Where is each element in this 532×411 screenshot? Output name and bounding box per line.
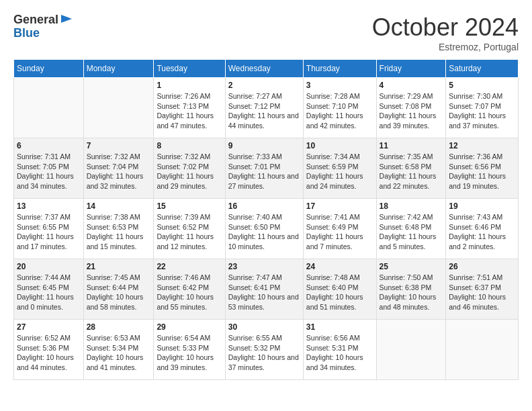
day-number: 25	[380, 262, 443, 271]
header-wednesday: Wednesday	[225, 60, 303, 78]
calendar-week-row: 1Sunrise: 7:26 AM Sunset: 7:13 PM Daylig…	[14, 78, 519, 138]
day-info: Sunrise: 7:46 AM Sunset: 6:42 PM Dayligh…	[157, 273, 222, 312]
weekday-header-row: Sunday Monday Tuesday Wednesday Thursday…	[14, 60, 519, 78]
day-info: Sunrise: 7:34 AM Sunset: 6:59 PM Dayligh…	[306, 152, 373, 191]
day-info: Sunrise: 7:51 AM Sunset: 6:37 PM Dayligh…	[449, 273, 515, 312]
table-row: 3Sunrise: 7:28 AM Sunset: 7:10 PM Daylig…	[303, 78, 376, 138]
day-number: 27	[17, 322, 81, 332]
table-row: 1Sunrise: 7:26 AM Sunset: 7:13 PM Daylig…	[154, 78, 225, 138]
table-row: 17Sunrise: 7:41 AM Sunset: 6:49 PM Dayli…	[303, 199, 376, 259]
table-row: 14Sunrise: 7:38 AM Sunset: 6:53 PM Dayli…	[83, 199, 154, 259]
day-info: Sunrise: 6:53 AM Sunset: 5:34 PM Dayligh…	[87, 333, 151, 373]
day-number: 18	[380, 201, 443, 211]
month-title: October 2024	[372, 13, 519, 42]
day-number: 24	[306, 262, 373, 271]
day-info: Sunrise: 7:50 AM Sunset: 6:38 PM Dayligh…	[380, 273, 443, 312]
table-row: 30Sunrise: 6:55 AM Sunset: 5:32 PM Dayli…	[225, 320, 303, 380]
table-row: 5Sunrise: 7:30 AM Sunset: 7:07 PM Daylig…	[446, 78, 519, 138]
title-section: October 2024 Estremoz, Portugal	[372, 13, 519, 52]
day-info: Sunrise: 7:36 AM Sunset: 6:56 PM Dayligh…	[449, 152, 515, 191]
day-info: Sunrise: 7:47 AM Sunset: 6:41 PM Dayligh…	[228, 273, 300, 312]
day-number: 11	[380, 141, 443, 150]
day-info: Sunrise: 7:45 AM Sunset: 6:44 PM Dayligh…	[87, 273, 151, 312]
table-row: 15Sunrise: 7:39 AM Sunset: 6:52 PM Dayli…	[154, 199, 225, 259]
table-row: 26Sunrise: 7:51 AM Sunset: 6:37 PM Dayli…	[446, 259, 519, 320]
day-info: Sunrise: 6:52 AM Sunset: 5:36 PM Dayligh…	[17, 333, 81, 373]
logo-flag-icon	[60, 13, 73, 27]
day-info: Sunrise: 7:41 AM Sunset: 6:49 PM Dayligh…	[306, 212, 373, 252]
table-row	[376, 320, 446, 380]
day-info: Sunrise: 7:48 AM Sunset: 6:40 PM Dayligh…	[306, 273, 373, 312]
day-number: 14	[87, 201, 151, 211]
logo-general-text: General	[13, 13, 58, 27]
table-row: 22Sunrise: 7:46 AM Sunset: 6:42 PM Dayli…	[154, 259, 225, 320]
day-number: 21	[87, 262, 151, 271]
calendar-week-row: 13Sunrise: 7:37 AM Sunset: 6:55 PM Dayli…	[14, 199, 519, 259]
day-info: Sunrise: 7:32 AM Sunset: 7:04 PM Dayligh…	[87, 152, 151, 191]
table-row: 24Sunrise: 7:48 AM Sunset: 6:40 PM Dayli…	[303, 259, 376, 320]
day-info: Sunrise: 7:38 AM Sunset: 6:53 PM Dayligh…	[87, 212, 151, 252]
table-row: 9Sunrise: 7:33 AM Sunset: 7:01 PM Daylig…	[225, 138, 303, 199]
day-info: Sunrise: 6:55 AM Sunset: 5:32 PM Dayligh…	[228, 333, 300, 373]
day-info: Sunrise: 7:27 AM Sunset: 7:12 PM Dayligh…	[228, 91, 300, 131]
day-number: 7	[87, 141, 151, 150]
logo-blue-text: Blue	[13, 27, 73, 40]
table-row: 31Sunrise: 6:56 AM Sunset: 5:31 PM Dayli…	[303, 320, 376, 380]
day-info: Sunrise: 6:54 AM Sunset: 5:33 PM Dayligh…	[157, 333, 222, 373]
day-info: Sunrise: 7:30 AM Sunset: 7:07 PM Dayligh…	[449, 91, 515, 131]
day-number: 1	[157, 81, 222, 90]
table-row: 12Sunrise: 7:36 AM Sunset: 6:56 PM Dayli…	[446, 138, 519, 199]
calendar-week-row: 20Sunrise: 7:44 AM Sunset: 6:45 PM Dayli…	[14, 259, 519, 320]
page-header: General Blue October 2024 Estremoz, Port…	[13, 13, 519, 52]
day-info: Sunrise: 7:39 AM Sunset: 6:52 PM Dayligh…	[157, 212, 222, 252]
table-row	[14, 78, 84, 138]
table-row: 13Sunrise: 7:37 AM Sunset: 6:55 PM Dayli…	[14, 199, 84, 259]
day-number: 20	[17, 262, 81, 271]
day-info: Sunrise: 7:42 AM Sunset: 6:48 PM Dayligh…	[380, 212, 443, 252]
table-row: 21Sunrise: 7:45 AM Sunset: 6:44 PM Dayli…	[83, 259, 154, 320]
header-friday: Friday	[376, 60, 446, 78]
day-info: Sunrise: 6:56 AM Sunset: 5:31 PM Dayligh…	[306, 333, 373, 373]
day-number: 8	[157, 141, 222, 150]
day-info: Sunrise: 7:26 AM Sunset: 7:13 PM Dayligh…	[157, 91, 222, 131]
day-number: 22	[157, 262, 222, 271]
table-row: 11Sunrise: 7:35 AM Sunset: 6:58 PM Dayli…	[376, 138, 446, 199]
day-info: Sunrise: 7:43 AM Sunset: 6:46 PM Dayligh…	[449, 212, 515, 252]
table-row: 6Sunrise: 7:31 AM Sunset: 7:05 PM Daylig…	[14, 138, 84, 199]
table-row: 29Sunrise: 6:54 AM Sunset: 5:33 PM Dayli…	[154, 320, 225, 380]
day-info: Sunrise: 7:44 AM Sunset: 6:45 PM Dayligh…	[17, 273, 81, 312]
table-row: 23Sunrise: 7:47 AM Sunset: 6:41 PM Dayli…	[225, 259, 303, 320]
day-info: Sunrise: 7:28 AM Sunset: 7:10 PM Dayligh…	[306, 91, 373, 131]
day-info: Sunrise: 7:31 AM Sunset: 7:05 PM Dayligh…	[17, 152, 81, 191]
day-number: 28	[87, 322, 151, 332]
table-row: 20Sunrise: 7:44 AM Sunset: 6:45 PM Dayli…	[14, 259, 84, 320]
calendar-table: Sunday Monday Tuesday Wednesday Thursday…	[13, 59, 519, 380]
day-number: 29	[157, 322, 222, 332]
day-number: 9	[228, 141, 300, 150]
day-info: Sunrise: 7:35 AM Sunset: 6:58 PM Dayligh…	[380, 152, 443, 191]
table-row: 16Sunrise: 7:40 AM Sunset: 6:50 PM Dayli…	[225, 199, 303, 259]
header-saturday: Saturday	[446, 60, 519, 78]
day-number: 26	[449, 262, 515, 271]
day-number: 6	[17, 141, 81, 150]
table-row: 4Sunrise: 7:29 AM Sunset: 7:08 PM Daylig…	[376, 78, 446, 138]
day-number: 31	[306, 322, 373, 332]
day-info: Sunrise: 7:29 AM Sunset: 7:08 PM Dayligh…	[380, 91, 443, 131]
day-number: 13	[17, 201, 81, 211]
logo: General Blue	[13, 13, 73, 40]
table-row: 19Sunrise: 7:43 AM Sunset: 6:46 PM Dayli…	[446, 199, 519, 259]
day-number: 4	[380, 81, 443, 90]
table-row: 25Sunrise: 7:50 AM Sunset: 6:38 PM Dayli…	[376, 259, 446, 320]
table-row: 2Sunrise: 7:27 AM Sunset: 7:12 PM Daylig…	[225, 78, 303, 138]
day-number: 15	[157, 201, 222, 211]
day-number: 3	[306, 81, 373, 90]
day-number: 19	[449, 201, 515, 211]
day-number: 16	[228, 201, 300, 211]
day-info: Sunrise: 7:37 AM Sunset: 6:55 PM Dayligh…	[17, 212, 81, 252]
table-row: 10Sunrise: 7:34 AM Sunset: 6:59 PM Dayli…	[303, 138, 376, 199]
svg-marker-0	[61, 15, 72, 23]
day-info: Sunrise: 7:33 AM Sunset: 7:01 PM Dayligh…	[228, 152, 300, 191]
day-number: 30	[228, 322, 300, 332]
header-tuesday: Tuesday	[154, 60, 225, 78]
table-row: 8Sunrise: 7:32 AM Sunset: 7:02 PM Daylig…	[154, 138, 225, 199]
